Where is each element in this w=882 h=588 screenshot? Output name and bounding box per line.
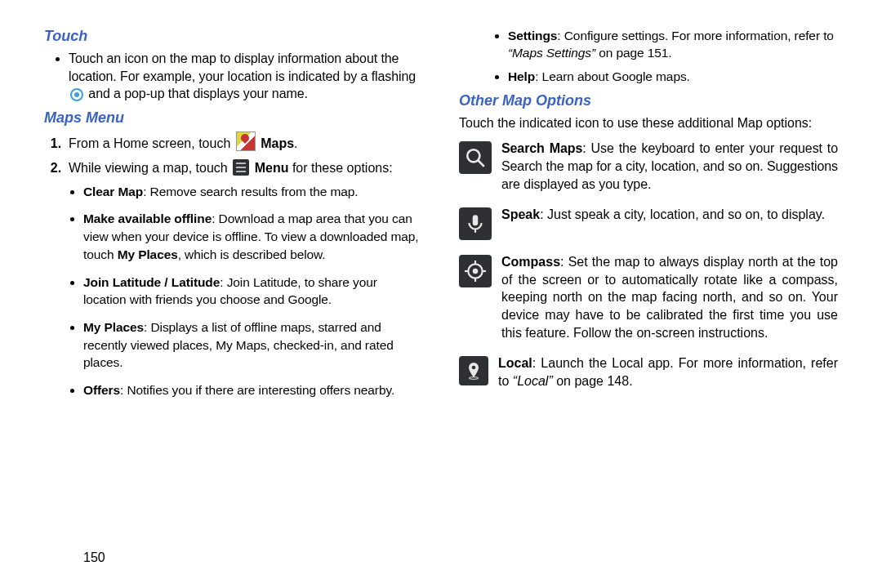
left-column: Touch Touch an icon on the map to displa… bbox=[44, 24, 441, 572]
opt-help: Help: Learn about Google maps. bbox=[508, 69, 838, 86]
text: While viewing a map, touch bbox=[69, 161, 231, 175]
label: Offers bbox=[83, 383, 120, 397]
text: : Remove search results from the map. bbox=[143, 185, 358, 198]
label: My Places bbox=[118, 247, 178, 261]
other-intro: Touch the indicated icon to use these ad… bbox=[459, 114, 838, 132]
label: Settings bbox=[508, 29, 557, 42]
search-icon bbox=[459, 141, 492, 174]
menu-options-cont: Settings: Configure settings. For more i… bbox=[459, 28, 838, 86]
search-text: Search Maps: Use the keyboard to enter y… bbox=[501, 140, 838, 193]
text: : Configure settings. For more informati… bbox=[557, 29, 834, 42]
label-menu: Menu bbox=[255, 161, 289, 175]
heading-other-options: Other Map Options bbox=[459, 92, 838, 109]
label: Make available offline bbox=[83, 212, 212, 225]
touch-item: Touch an icon on the map to display info… bbox=[69, 50, 423, 103]
row-compass: Compass: Set the map to always display n… bbox=[459, 253, 838, 341]
svg-point-10 bbox=[472, 366, 476, 370]
label: Join Latitude / Latitude bbox=[83, 275, 220, 289]
microphone-icon bbox=[459, 207, 492, 240]
label: Search Maps bbox=[501, 141, 582, 155]
ref: “Local” bbox=[513, 374, 553, 388]
local-pin-icon bbox=[459, 356, 488, 385]
compass-icon bbox=[459, 255, 492, 287]
page-number: 150 bbox=[83, 550, 105, 565]
opt-settings: Settings: Configure settings. For more i… bbox=[508, 28, 838, 62]
heading-touch: Touch bbox=[44, 28, 423, 45]
text: Touch an icon on the map to display info… bbox=[69, 51, 416, 83]
opt-clear-map: Clear Map: Remove search results from th… bbox=[83, 183, 423, 201]
maps-menu-steps: From a Home screen, touch Maps. While vi… bbox=[44, 131, 423, 399]
ref: “Maps Settings” bbox=[508, 46, 595, 60]
text: From a Home screen, touch bbox=[69, 136, 234, 150]
label: My Places bbox=[83, 320, 144, 334]
menu-options: Clear Map: Remove search results from th… bbox=[69, 183, 423, 399]
location-dot-icon bbox=[70, 88, 83, 101]
text: : Notifies you if there are interesting … bbox=[120, 383, 394, 397]
label: Local bbox=[498, 356, 532, 370]
touch-bullets: Touch an icon on the map to display info… bbox=[44, 50, 423, 103]
label: Help bbox=[508, 69, 535, 83]
opt-offline: Make available offline: Download a map a… bbox=[83, 210, 423, 263]
heading-maps-menu: Maps Menu bbox=[44, 109, 423, 127]
compass-text: Compass: Set the map to always display n… bbox=[501, 253, 838, 341]
opt-myplaces: My Places: Displays a list of offline ma… bbox=[83, 318, 423, 372]
svg-point-0 bbox=[467, 150, 479, 163]
svg-point-9 bbox=[474, 270, 477, 273]
svg-line-1 bbox=[478, 161, 484, 167]
text: and a pop-up that displays your name. bbox=[88, 87, 307, 100]
text: : Just speak a city, location, and so on… bbox=[540, 207, 825, 221]
step-2: While viewing a map, touch Menu for thes… bbox=[69, 158, 423, 399]
text: on page 151. bbox=[595, 46, 672, 60]
row-search: Search Maps: Use the keyboard to enter y… bbox=[459, 140, 838, 193]
opt-latitude: Join Latitude / Latitude: Join Latitude,… bbox=[83, 274, 423, 309]
right-column: Settings: Configure settings. For more i… bbox=[441, 24, 838, 572]
label-maps: Maps bbox=[261, 136, 294, 150]
text: on page 148. bbox=[553, 374, 633, 388]
menu-icon bbox=[233, 159, 249, 176]
opt-offers: Offers: Notifies you if there are intere… bbox=[83, 381, 423, 399]
text: : Learn about Google maps. bbox=[535, 69, 690, 83]
label: Compass bbox=[501, 255, 560, 269]
row-local: Local: Launch the Local app. For more in… bbox=[459, 354, 838, 390]
text: , which is described below. bbox=[178, 247, 326, 261]
svg-rect-2 bbox=[473, 215, 479, 225]
local-text: Local: Launch the Local app. For more in… bbox=[498, 354, 838, 390]
row-speak: Speak: Just speak a city, location, and … bbox=[459, 206, 838, 240]
label: Clear Map bbox=[83, 185, 143, 198]
step-1: From a Home screen, touch Maps. bbox=[69, 131, 423, 154]
text: for these options: bbox=[288, 161, 392, 175]
text: . bbox=[294, 136, 297, 150]
speak-text: Speak: Just speak a city, location, and … bbox=[501, 206, 838, 240]
label: Speak bbox=[501, 207, 540, 221]
svg-point-11 bbox=[469, 377, 479, 380]
maps-app-icon bbox=[236, 131, 256, 151]
manual-page: Touch Touch an icon on the map to displa… bbox=[0, 0, 882, 588]
